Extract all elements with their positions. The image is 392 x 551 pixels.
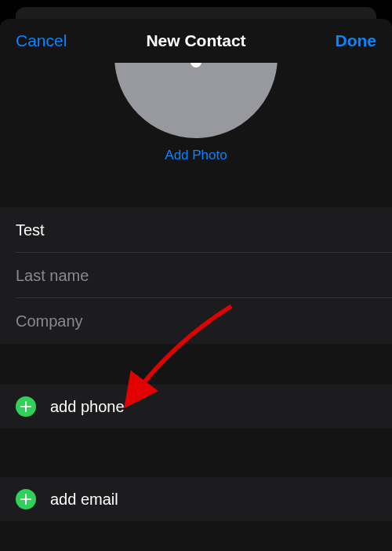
contact-sheet: Cancel New Contact Done Add Photo add ph… [0,19,392,551]
name-company-group [0,207,392,344]
add-phone-button[interactable]: add phone [0,385,392,429]
cancel-button[interactable]: Cancel [16,19,67,63]
add-icon [16,396,36,417]
person-icon [191,63,201,68]
add-icon [16,489,36,509]
company-input[interactable] [16,312,376,330]
first-name-input[interactable] [16,221,376,239]
page-title: New Contact [146,31,245,50]
last-name-field[interactable] [0,253,392,298]
add-photo-button[interactable]: Add Photo [165,148,227,163]
first-name-field[interactable] [0,207,392,253]
company-field[interactable] [0,298,392,344]
add-phone-label: add phone [50,398,125,416]
add-email-label: add email [50,491,118,509]
avatar-placeholder[interactable] [114,63,278,138]
avatar-section: Add Photo [0,63,392,163]
add-email-button[interactable]: add email [0,477,392,521]
nav-bar: Cancel New Contact Done [0,19,392,63]
done-button[interactable]: Done [336,19,377,63]
last-name-input[interactable] [16,267,376,285]
